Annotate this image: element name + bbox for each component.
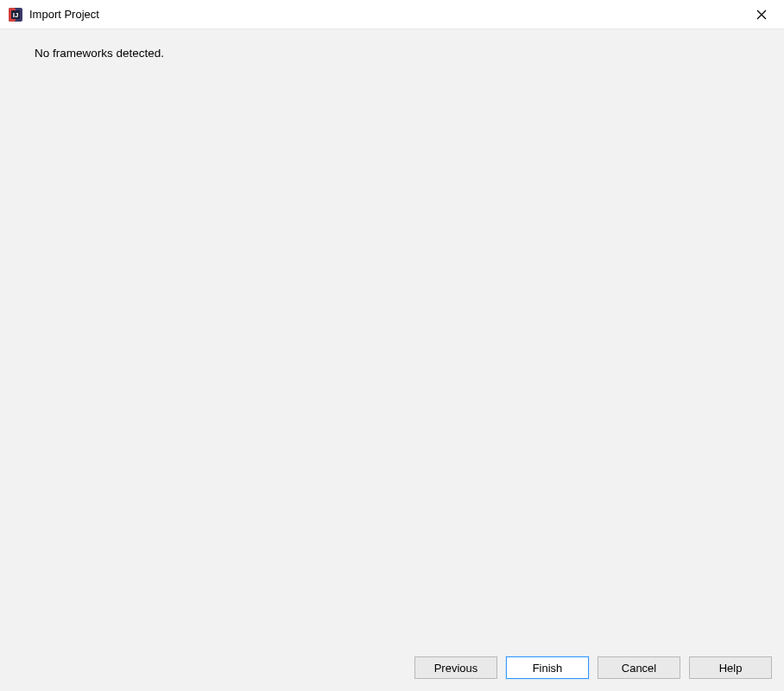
app-icon: IJ — [9, 8, 22, 22]
content-area: No frameworks detected. — [0, 29, 784, 648]
finish-button[interactable]: Finish — [506, 656, 589, 679]
cancel-button[interactable]: Cancel — [597, 656, 680, 679]
help-button[interactable]: Help — [689, 656, 772, 679]
window-title: Import Project — [29, 8, 748, 21]
close-icon — [756, 10, 767, 20]
previous-button[interactable]: Previous — [414, 656, 497, 679]
svg-text:IJ: IJ — [13, 11, 19, 19]
button-bar: Previous Finish Cancel Help — [0, 648, 784, 691]
status-message: No frameworks detected. — [35, 47, 749, 60]
titlebar: IJ Import Project — [0, 0, 784, 29]
close-button[interactable] — [748, 3, 775, 27]
